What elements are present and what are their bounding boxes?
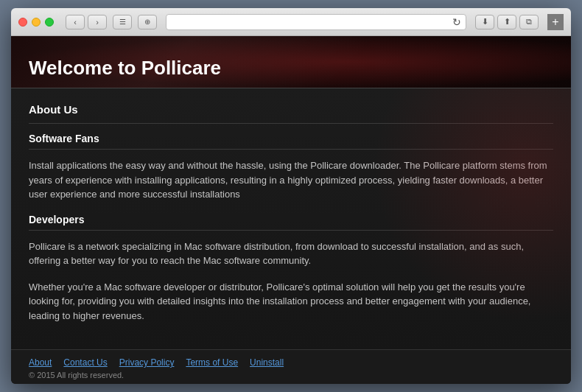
browser-content: Welcome to Pollicare About Us Software F… [11, 36, 571, 384]
plus-small-icon: ⊕ [144, 18, 150, 26]
software-fans-heading: Software Fans [29, 133, 553, 144]
tab-overview-button[interactable]: ⧉ [519, 15, 539, 29]
software-fans-text: Install applications the easy way and wi… [29, 158, 553, 202]
nav-buttons: ‹ › [66, 15, 107, 29]
traffic-lights [18, 18, 54, 27]
footer-link-about[interactable]: About [29, 357, 52, 368]
forward-icon: › [96, 18, 99, 27]
new-window-icon: + [552, 15, 558, 29]
footer-link-uninstall[interactable]: Uninstall [250, 357, 284, 368]
share-icon: ⬆ [504, 17, 511, 27]
titlebar: ‹ › ☰ ⊕ ↻ ⬇ ⬆ ⧉ [11, 8, 571, 36]
main-content: About Us Software Fans Install applicati… [11, 88, 571, 349]
developers-text-2: Whether you're a Mac software developer … [29, 280, 553, 323]
footer-links: About Contact Us Privacy Policy Terms of… [29, 357, 553, 368]
footer: About Contact Us Privacy Policy Terms of… [11, 349, 571, 384]
address-bar[interactable]: ↻ [166, 14, 466, 30]
list-icon: ☰ [119, 18, 126, 26]
divider-1 [29, 123, 553, 124]
back-button[interactable]: ‹ [66, 15, 85, 29]
share-button[interactable]: ⬆ [497, 15, 516, 29]
view-button[interactable]: ☰ [113, 15, 132, 29]
reload-icon: ↻ [452, 16, 461, 28]
minimize-button[interactable] [32, 18, 41, 27]
back-icon: ‹ [74, 18, 77, 27]
footer-link-terms[interactable]: Terms of Use [186, 357, 238, 368]
download-button[interactable]: ⬇ [475, 15, 494, 29]
developers-heading: Developers [29, 214, 553, 225]
new-window-button[interactable]: + [547, 14, 564, 30]
divider-2 [29, 149, 553, 150]
maximize-button[interactable] [45, 18, 54, 27]
footer-link-privacy[interactable]: Privacy Policy [119, 357, 175, 368]
hero-title: Welcome to Pollicare [29, 57, 553, 80]
forward-button[interactable]: › [88, 15, 107, 29]
tab-icon: ⧉ [526, 17, 532, 27]
new-tab-button[interactable]: ⊕ [138, 15, 157, 29]
browser-window: ‹ › ☰ ⊕ ↻ ⬇ ⬆ ⧉ [11, 8, 571, 384]
developers-text-1: Pollicare is a network specializing in M… [29, 239, 553, 268]
about-us-heading: About Us [29, 103, 553, 116]
toolbar-right: ⬇ ⬆ ⧉ [475, 15, 539, 29]
divider-3 [29, 230, 553, 231]
download-icon: ⬇ [482, 17, 488, 27]
footer-link-contact[interactable]: Contact Us [63, 357, 107, 368]
footer-copyright: © 2015 All rights reserved. [29, 371, 553, 379]
close-button[interactable] [18, 18, 27, 27]
hero-section: Welcome to Pollicare [11, 36, 571, 88]
